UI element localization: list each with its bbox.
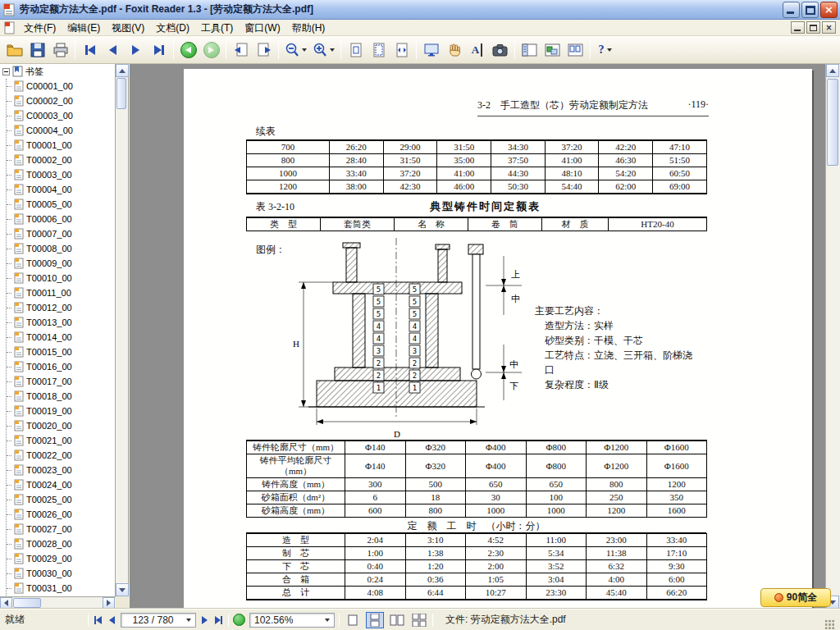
status-last-page-button[interactable] bbox=[213, 614, 224, 626]
document-area[interactable]: 3-2 手工造型（芯）劳动定额制定方法 ·119· 续表 70026:2029:… bbox=[130, 64, 825, 609]
bookmark-item[interactable]: T00001_00 bbox=[7, 138, 115, 153]
menu-item[interactable]: 编辑(E) bbox=[62, 21, 106, 35]
bookmark-item[interactable]: T00026_00 bbox=[7, 507, 115, 522]
single-page-view-button[interactable] bbox=[344, 612, 362, 628]
scroll-right-button[interactable] bbox=[103, 597, 115, 609]
bookmark-item[interactable]: T00023_00 bbox=[7, 463, 115, 477]
menu-item[interactable]: 工具(T) bbox=[195, 21, 239, 35]
bookmarks-root-node[interactable]: 书签 bbox=[0, 64, 115, 79]
scroll-down-button[interactable] bbox=[116, 583, 129, 596]
hand-tool-button[interactable] bbox=[443, 39, 465, 61]
help-button[interactable]: ? bbox=[594, 39, 616, 61]
save-button[interactable] bbox=[26, 39, 48, 61]
bookmark-item[interactable]: T00015_00 bbox=[7, 345, 115, 359]
open-button[interactable] bbox=[3, 39, 25, 61]
next-page-button[interactable] bbox=[125, 39, 147, 61]
bookmark-item[interactable]: T00002_00 bbox=[7, 153, 115, 167]
layers-panel-button[interactable] bbox=[541, 39, 564, 61]
status-first-page-button[interactable] bbox=[93, 614, 103, 626]
bookmark-item[interactable]: T00005_00 bbox=[7, 197, 115, 212]
child-minimize-button[interactable] bbox=[791, 21, 805, 34]
bookmark-item[interactable]: T00010_00 bbox=[7, 271, 115, 285]
bookmark-item[interactable]: T00012_00 bbox=[7, 300, 115, 315]
bookmark-item[interactable]: C00001_00 bbox=[7, 79, 115, 94]
scrollbar-thumb[interactable] bbox=[116, 78, 126, 109]
bookmark-item[interactable]: T00029_00 bbox=[7, 551, 115, 566]
bookmarks-panel-button[interactable] bbox=[518, 39, 541, 61]
continuous-facing-view-button[interactable] bbox=[410, 612, 428, 628]
bookmark-item[interactable]: T00025_00 bbox=[7, 492, 115, 507]
bookmark-item[interactable]: C00003_00 bbox=[7, 108, 115, 123]
bookmark-item[interactable]: T00019_00 bbox=[7, 404, 115, 418]
bookmark-item[interactable]: T00018_00 bbox=[7, 389, 115, 404]
select-text-button[interactable]: A bbox=[466, 39, 488, 61]
child-close-button[interactable]: × bbox=[822, 21, 836, 34]
bookmark-item[interactable]: T00009_00 bbox=[7, 256, 115, 271]
bookmark-item[interactable]: T00021_00 bbox=[7, 433, 115, 448]
bookmarks-scrollbar-horizontal[interactable] bbox=[0, 596, 129, 609]
bookmark-item[interactable]: T00008_00 bbox=[7, 241, 115, 256]
menu-item[interactable]: 文件(F) bbox=[18, 21, 62, 35]
previous-view-button[interactable] bbox=[230, 39, 252, 61]
bookmark-item[interactable]: T00006_00 bbox=[7, 212, 115, 226]
zoom-out-button[interactable] bbox=[282, 39, 309, 61]
zoom-in-button[interactable] bbox=[310, 39, 337, 61]
bookmark-item[interactable]: T00007_00 bbox=[7, 226, 115, 241]
continuous-view-button[interactable] bbox=[366, 612, 384, 628]
menu-item[interactable]: 窗口(W) bbox=[239, 21, 285, 35]
ime-status-badge[interactable]: 90简全 bbox=[760, 588, 831, 607]
bookmark-item[interactable]: C00004_00 bbox=[7, 123, 115, 138]
bookmark-item[interactable]: T00020_00 bbox=[7, 418, 115, 433]
child-restore-button[interactable] bbox=[806, 21, 820, 34]
bookmark-item[interactable]: C00002_00 bbox=[7, 94, 115, 108]
scroll-up-button[interactable] bbox=[116, 64, 129, 77]
status-next-page-button[interactable] bbox=[200, 614, 209, 626]
bookmark-item[interactable]: T00013_00 bbox=[7, 315, 115, 330]
go-forward-button[interactable] bbox=[200, 39, 222, 61]
full-screen-button[interactable] bbox=[420, 39, 442, 61]
bookmark-item[interactable]: T00028_00 bbox=[7, 536, 115, 551]
menu-item[interactable]: 视图(V) bbox=[106, 21, 150, 35]
scrollbar-thumb[interactable] bbox=[13, 598, 41, 608]
bookmarks-scrollbar-vertical[interactable] bbox=[116, 64, 129, 596]
menu-item[interactable]: 文档(D) bbox=[150, 21, 195, 35]
fit-width-button[interactable] bbox=[390, 39, 413, 61]
actual-size-button[interactable] bbox=[345, 39, 367, 61]
bookmark-item[interactable]: T00016_00 bbox=[7, 359, 115, 374]
minimize-button[interactable] bbox=[783, 2, 800, 18]
maximize-button[interactable] bbox=[801, 2, 819, 18]
document-scrollbar-vertical[interactable] bbox=[825, 64, 840, 609]
first-page-button[interactable] bbox=[79, 39, 101, 61]
bookmark-item[interactable]: T00017_00 bbox=[7, 374, 115, 389]
last-page-button[interactable] bbox=[148, 39, 170, 61]
collapse-expander-icon[interactable] bbox=[2, 68, 10, 75]
bookmark-item[interactable]: T00027_00 bbox=[7, 522, 115, 536]
status-previous-page-button[interactable] bbox=[107, 614, 116, 626]
bookmark-item[interactable]: T00014_00 bbox=[7, 330, 115, 345]
scroll-left-button[interactable] bbox=[0, 597, 12, 609]
page-number-box[interactable]: 123 / 780 bbox=[121, 613, 196, 628]
close-button[interactable]: × bbox=[820, 2, 838, 18]
scroll-up-button[interactable] bbox=[826, 64, 839, 77]
previous-page-button[interactable] bbox=[102, 39, 124, 61]
scrollbar-thumb[interactable] bbox=[827, 79, 838, 166]
bookmark-item[interactable]: T00011_00 bbox=[7, 285, 115, 300]
bookmark-item[interactable]: T00031_00 bbox=[7, 581, 115, 596]
bookmark-item[interactable]: T00003_00 bbox=[7, 167, 115, 182]
status-go-icon[interactable] bbox=[233, 614, 245, 626]
bookmark-item[interactable]: T00024_00 bbox=[7, 477, 115, 492]
pages-panel-button[interactable] bbox=[564, 39, 587, 61]
fit-page-button[interactable] bbox=[368, 39, 390, 61]
snapshot-button[interactable] bbox=[489, 39, 511, 61]
bookmark-item[interactable]: T00004_00 bbox=[7, 182, 115, 197]
facing-view-button[interactable] bbox=[388, 612, 406, 628]
print-button[interactable] bbox=[49, 39, 71, 61]
menu-item[interactable]: 帮助(H) bbox=[286, 21, 331, 35]
resize-grip[interactable] bbox=[824, 619, 835, 630]
tree-connector bbox=[7, 322, 11, 323]
next-view-button[interactable] bbox=[253, 39, 275, 61]
bookmark-item[interactable]: T00030_00 bbox=[7, 566, 115, 581]
bookmark-item[interactable]: T00022_00 bbox=[7, 448, 115, 463]
go-back-button[interactable] bbox=[177, 39, 199, 61]
zoom-level-box[interactable]: 102.56% bbox=[249, 613, 335, 628]
